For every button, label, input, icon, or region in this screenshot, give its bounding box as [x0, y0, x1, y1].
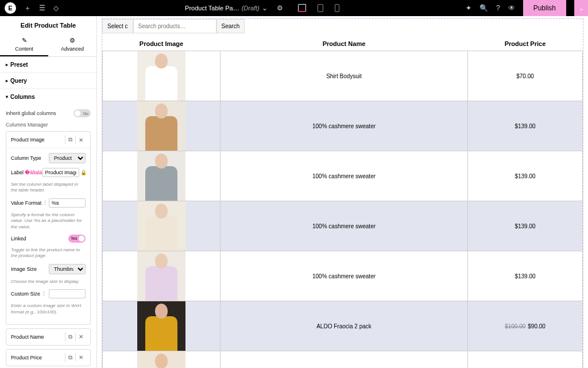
- close-icon[interactable]: ✕: [75, 332, 86, 341]
- column-item-product-price[interactable]: Product Price ⧉ ✕: [6, 349, 91, 366]
- table-row: Shirt Bodysuit$70.00: [103, 51, 583, 101]
- th-name: Product Name: [220, 37, 468, 51]
- image-size-help: Choose the image size to display.: [11, 279, 86, 285]
- label-label: Label�általá: [11, 170, 42, 175]
- value-format-input[interactable]: [49, 198, 86, 208]
- custom-size-help: Enter a custom image size in WxH format …: [11, 303, 86, 315]
- tab-content[interactable]: ✎ Content: [0, 33, 48, 56]
- cell-name[interactable]: 100% cashmere sweater: [220, 201, 468, 251]
- cell-name[interactable]: Sweater with voluminous sleeves: [220, 351, 468, 369]
- gear-icon: ⚙: [69, 37, 75, 44]
- section-columns[interactable]: ▾ Columns: [0, 89, 96, 105]
- cell-image[interactable]: [103, 351, 220, 369]
- close-icon[interactable]: ✕: [75, 136, 86, 144]
- preview-icon[interactable]: 👁: [508, 4, 515, 12]
- product-image: [137, 51, 185, 101]
- add-icon[interactable]: ＋: [24, 3, 31, 13]
- table-row: 100% cashmere sweater$139.00: [103, 101, 583, 151]
- publish-button[interactable]: Publish: [523, 0, 566, 16]
- pencil-icon: ✎: [22, 37, 27, 44]
- cell-name[interactable]: 100% cashmere sweater: [220, 151, 468, 201]
- image-size-select[interactable]: Thumbnail: [49, 264, 86, 274]
- columns-manager-label: Columns Manager: [6, 122, 91, 128]
- draft-label: (Draft): [242, 5, 260, 12]
- page-title: Product Table Pa…: [185, 5, 239, 12]
- search-input[interactable]: [133, 19, 216, 33]
- structure-icon[interactable]: ☰: [39, 4, 45, 12]
- dynamic-icon: ⋮: [42, 200, 48, 206]
- table-row: Sweater with voluminous sleeves$89.00: [103, 351, 583, 369]
- table-row: 100% cashmere sweater$139.00: [103, 201, 583, 251]
- cell-image[interactable]: [103, 51, 220, 101]
- lock-icon[interactable]: 🔒: [80, 170, 87, 175]
- product-image: [137, 201, 185, 251]
- dynamic-icon: ⋮: [41, 291, 47, 297]
- device-desktop-icon[interactable]: [298, 4, 306, 12]
- cell-image[interactable]: [103, 301, 220, 351]
- cell-price: $139.00: [468, 151, 583, 201]
- page-title-wrap[interactable]: Product Table Pa… (Draft) ⌄: [185, 4, 268, 12]
- duplicate-icon[interactable]: ⧉: [65, 135, 75, 144]
- section-preset[interactable]: ▸ Preset: [0, 57, 96, 72]
- caret-right-icon: ▸: [6, 78, 8, 83]
- value-format-label: Value Format⋮: [11, 200, 48, 206]
- th-price: Product Price: [468, 37, 583, 51]
- layers-icon[interactable]: ◇: [53, 4, 59, 12]
- caret-right-icon: ▸: [6, 62, 8, 67]
- table-row: 100% cashmere sweater$139.00: [103, 251, 583, 301]
- duplicate-icon[interactable]: ⧉: [65, 332, 75, 342]
- whats-new-icon[interactable]: ✦: [466, 4, 471, 12]
- duplicate-icon[interactable]: ⧉: [65, 353, 75, 362]
- column-item-product-name[interactable]: Product Name ⧉ ✕: [6, 328, 91, 346]
- image-size-label: Image Size: [11, 266, 37, 272]
- product-image: [137, 251, 185, 301]
- cell-price: $139.00: [468, 101, 583, 151]
- inherit-toggle[interactable]: No: [74, 109, 91, 117]
- search-button[interactable]: Search: [216, 19, 245, 33]
- category-select[interactable]: Select c: [102, 19, 133, 33]
- linked-toggle[interactable]: Yes: [68, 235, 86, 243]
- close-icon[interactable]: ✕: [75, 353, 86, 362]
- cell-price: $139.00: [468, 251, 583, 301]
- table-row: ALDO Fraocia 2 pack$100.00$90.00: [103, 301, 583, 351]
- inherit-label: Inherit global columns: [6, 110, 56, 116]
- tab-advanced[interactable]: ⚙ Advanced: [48, 33, 96, 56]
- device-tablet-icon[interactable]: [318, 4, 323, 12]
- section-query[interactable]: ▸ Query: [0, 73, 96, 89]
- sidebar-title: Edit Product Table: [0, 16, 96, 33]
- custom-size-label: Custom Size⋮: [11, 291, 47, 297]
- cell-name[interactable]: ALDO Fraocia 2 pack: [220, 301, 468, 351]
- cell-price: $70.00: [468, 51, 583, 101]
- cell-name[interactable]: 100% cashmere sweater: [220, 251, 468, 301]
- column-type-select[interactable]: Product Image: [49, 153, 86, 163]
- custom-size-input[interactable]: [49, 289, 86, 298]
- cell-name[interactable]: Shirt Bodysuit: [220, 51, 468, 101]
- product-image: [137, 301, 185, 351]
- elementor-logo-icon[interactable]: E: [5, 2, 16, 14]
- top-bar: E ＋ ☰ ◇ Product Table Pa… (Draft) ⌄ ⚙ ✦ …: [0, 0, 588, 16]
- finder-icon[interactable]: 🔍: [479, 4, 488, 12]
- editor-sidebar: Edit Product Table ✎ Content ⚙ Advanced …: [0, 16, 97, 368]
- publish-options-button[interactable]: ⌄: [574, 0, 588, 16]
- label-input[interactable]: [42, 168, 79, 177]
- device-mobile-icon[interactable]: [335, 4, 339, 12]
- product-image: [137, 151, 185, 201]
- value-format-help: Specify a format for the column value. U…: [11, 212, 86, 230]
- cell-name[interactable]: 100% cashmere sweater: [220, 101, 468, 151]
- label-help: Set the column label displayed in the ta…: [11, 182, 86, 194]
- chevron-down-icon[interactable]: ⌄: [262, 4, 268, 12]
- cell-price: $89.00: [468, 351, 583, 369]
- cell-price: $139.00: [468, 201, 583, 251]
- th-image: Product Image: [103, 37, 220, 51]
- linked-help: Toggle to link the product name to the p…: [11, 247, 86, 259]
- cell-image[interactable]: [103, 101, 220, 151]
- page-settings-icon[interactable]: ⚙: [277, 4, 283, 12]
- help-icon[interactable]: ?: [496, 4, 500, 12]
- caret-down-icon: ▾: [6, 94, 8, 99]
- product-image: [137, 101, 185, 151]
- cell-price: $100.00$90.00: [468, 301, 583, 351]
- cell-image[interactable]: [103, 151, 220, 201]
- cell-image[interactable]: [103, 251, 220, 301]
- cell-image[interactable]: [103, 201, 220, 251]
- column-item-product-image[interactable]: Product Image ⧉ ✕ Column Type Product Im…: [6, 131, 91, 325]
